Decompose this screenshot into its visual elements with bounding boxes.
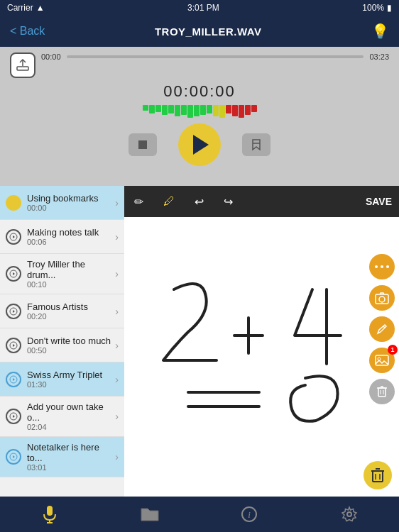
item-time: 01:30 <box>27 380 112 389</box>
note-area: ✏ 🖊 ↩ ↪ SAVE <box>124 186 399 497</box>
item-text: Don't write too much 00:50 <box>27 336 112 355</box>
meter-bar <box>239 105 244 118</box>
circle-play-icon <box>9 412 18 421</box>
item-title: Using bookmarks <box>27 193 112 204</box>
stop-button[interactable] <box>129 133 157 156</box>
pen-button[interactable] <box>369 316 395 342</box>
item-text: Add your own take o... 02:04 <box>27 401 112 431</box>
redo-button[interactable]: ↪ <box>221 192 236 211</box>
sidebar-item-dont-write[interactable]: Don't write too much 00:50 › <box>0 328 124 362</box>
bookmark-button[interactable] <box>242 133 270 156</box>
delete-float-button[interactable] <box>364 461 392 489</box>
meter-bar <box>149 105 155 113</box>
sidebar-item-add-your-own[interactable]: Add your own take o... 02:04 › <box>0 397 124 437</box>
meter-bar <box>207 105 212 113</box>
save-button[interactable]: SAVE <box>366 196 392 207</box>
item-text: Using bookmarks 00:00 <box>27 193 112 212</box>
bookmark-circle-icon <box>6 372 21 387</box>
tab-settings[interactable] <box>300 506 400 523</box>
trash-button[interactable] <box>369 379 395 404</box>
bookmark-circle-icon <box>6 266 21 282</box>
svg-point-27 <box>379 297 385 302</box>
more-icon <box>375 264 389 270</box>
battery-icon: ▮ <box>387 3 392 13</box>
item-title: Swiss Army Triplet <box>27 370 112 380</box>
chevron-right-icon: › <box>115 268 119 279</box>
item-time: 00:00 <box>27 204 112 212</box>
bookmark-circle-icon <box>6 338 21 353</box>
meter-bar <box>162 105 168 115</box>
status-left: Carrier ▲ <box>7 3 45 13</box>
svg-marker-13 <box>13 378 15 381</box>
meter-bar <box>155 105 161 112</box>
stop-icon <box>137 139 148 150</box>
start-time: 00:00 <box>41 52 61 61</box>
meter-bar <box>187 105 193 118</box>
meter-bar <box>181 105 187 115</box>
meter-bar <box>143 105 148 111</box>
bookmark-circle-icon <box>6 304 21 319</box>
export-button[interactable] <box>10 52 35 78</box>
camera-button[interactable] <box>369 285 395 311</box>
header-title: TROY_MILLER.WAV <box>155 26 262 38</box>
tab-info[interactable]: i <box>200 506 300 522</box>
svg-marker-15 <box>13 415 15 418</box>
settings-icon <box>341 506 358 523</box>
sidebar-item-making-notes[interactable]: Making notes talk 00:06 › <box>0 220 124 254</box>
pencil-tool[interactable]: ✏ <box>131 192 146 211</box>
undo-button[interactable]: ↩ <box>192 192 207 211</box>
svg-point-24 <box>381 265 383 268</box>
drawing-area[interactable] <box>124 217 399 497</box>
image-icon <box>375 354 389 367</box>
bookmark-circle-icon <box>6 409 21 424</box>
sidebar-item-notetalker[interactable]: Notetalker is here to... 03:01 › <box>0 437 124 477</box>
bookmark-icon <box>250 138 263 151</box>
more-options-button[interactable] <box>369 254 395 279</box>
meter-bar <box>213 105 219 116</box>
player-area: 00:00 03:23 00:00:00 <box>0 47 399 186</box>
item-text: Swiss Army Triplet 01:30 <box>27 370 112 389</box>
chevron-right-icon: › <box>115 231 119 243</box>
svg-point-23 <box>375 265 378 268</box>
sidebar: Using bookmarks 00:00 › Making notes tal… <box>0 186 124 497</box>
chevron-right-icon: › <box>115 374 119 385</box>
svg-marker-11 <box>13 344 15 347</box>
meter-bar <box>232 105 238 116</box>
item-title: Add your own take o... <box>27 401 112 423</box>
note-toolbar: ✏ 🖊 ↩ ↪ SAVE <box>124 186 399 217</box>
back-button[interactable]: < Back <box>10 25 45 38</box>
battery-label: 100% <box>362 3 384 13</box>
side-tools <box>365 248 399 410</box>
sidebar-item-using-bookmarks[interactable]: Using bookmarks 00:00 › <box>0 186 124 220</box>
info-icon: i <box>241 506 257 522</box>
chevron-right-icon: › <box>115 340 119 351</box>
bulb-icon[interactable]: 💡 <box>371 23 389 40</box>
svg-rect-37 <box>373 471 383 482</box>
meter-bar <box>226 105 231 113</box>
circle-play-icon <box>9 270 18 278</box>
svg-point-25 <box>386 265 389 268</box>
sidebar-item-famous-artists[interactable]: Famous Artists 00:20 › <box>0 294 124 328</box>
progress-track[interactable] <box>67 55 364 58</box>
meter-bar <box>168 105 174 113</box>
yellow-dot-icon <box>6 195 21 211</box>
svg-rect-32 <box>378 388 386 397</box>
item-text: Notetalker is here to... 03:01 <box>27 442 112 472</box>
highlight-tool[interactable]: 🖊 <box>160 192 177 211</box>
item-time: 00:10 <box>27 280 112 289</box>
image-button[interactable] <box>369 348 395 373</box>
circle-play-icon <box>9 233 18 241</box>
status-right: 100% ▮ <box>362 3 392 13</box>
drawing-canvas <box>124 217 399 497</box>
tab-folder[interactable] <box>100 506 200 522</box>
tab-mic[interactable] <box>0 504 100 524</box>
main-content: Using bookmarks 00:00 › Making notes tal… <box>0 186 399 497</box>
carrier-label: Carrier <box>7 3 33 13</box>
trash-icon <box>376 385 388 398</box>
sidebar-item-swiss-army[interactable]: Swiss Army Triplet 01:30 › <box>0 362 124 397</box>
play-button[interactable] <box>178 123 221 166</box>
item-title: Making notes talk <box>27 227 112 238</box>
svg-marker-2 <box>253 140 260 150</box>
sidebar-item-troy-miller[interactable]: Troy Miller the drum... 00:10 › <box>0 254 124 294</box>
folder-icon <box>141 506 159 522</box>
